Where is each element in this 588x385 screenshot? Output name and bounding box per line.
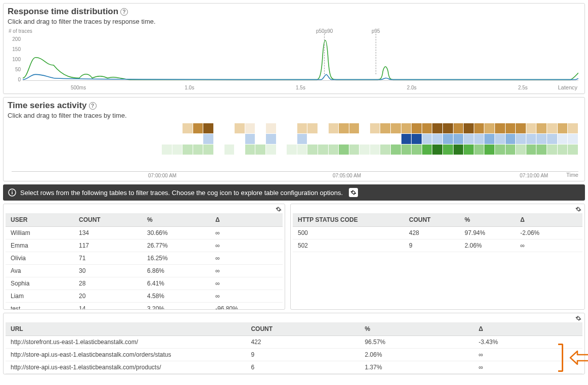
- heatmap-cell: [255, 134, 265, 144]
- cell-pct: 6.41%: [142, 277, 210, 290]
- heatmap-cell: [235, 123, 245, 133]
- col-count[interactable]: COUNT: [246, 322, 359, 336]
- url-table: URL COUNT % Δ http://storefront.us-east-…: [6, 322, 582, 374]
- user-table-panel: USER COUNT % Δ William13430.66%∞Emma1172…: [3, 204, 285, 310]
- heatmap-cell: [266, 123, 276, 133]
- heatmap-cell: [349, 123, 359, 133]
- cell-user: Ava: [6, 265, 74, 277]
- heatmap-cell: [422, 145, 432, 155]
- x-axis-ticks: 500ms 1.0s 1.5s 2.0s 2.5s: [23, 85, 578, 90]
- col-pct[interactable]: %: [142, 213, 210, 227]
- heatmap-cell: [287, 134, 297, 144]
- col-delta[interactable]: Δ: [210, 213, 283, 227]
- heatmap-cell: [443, 134, 453, 144]
- heatmap-cell: [297, 134, 307, 144]
- y-tick: 150: [10, 46, 21, 52]
- heatmap-cell: [193, 145, 203, 155]
- ts-x-tick: 07:10:00 AM: [520, 173, 548, 178]
- status-table-panel: HTTP STATUS CODE COUNT % Δ 50042897.94%-…: [290, 204, 585, 310]
- ts-x-ticks: 07:00:00 AM 07:05:00 AM 07:10:00 AM: [12, 171, 578, 172]
- table-row[interactable]: Ava306.86%∞: [6, 265, 283, 277]
- table-row[interactable]: http://store-api.us-east-1.elasticbeanst…: [6, 349, 582, 361]
- table-row[interactable]: http://store-api.us-east-1.elasticbeanst…: [6, 361, 582, 374]
- table-row[interactable]: 50042897.94%-2.06%: [293, 227, 582, 239]
- table-config-cog[interactable]: [575, 206, 581, 214]
- heatmap-cell: [224, 123, 235, 133]
- cell-pct: 26.77%: [142, 239, 210, 252]
- col-delta[interactable]: Δ: [474, 322, 582, 336]
- help-icon[interactable]: ?: [120, 8, 128, 16]
- table-row[interactable]: Liam204.58%∞: [6, 290, 283, 303]
- cell-delta: -96.80%: [210, 303, 283, 310]
- time-series-chart[interactable]: 07:00:00 AM 07:05:00 AM 07:10:00 AM Time: [8, 122, 580, 178]
- table-row[interactable]: Emma11726.77%∞: [6, 239, 283, 252]
- col-count[interactable]: COUNT: [404, 213, 460, 227]
- table-row[interactable]: Sophia286.41%∞: [6, 277, 283, 290]
- heatmap-cell: [536, 134, 547, 144]
- heatmap-cell: [235, 134, 245, 144]
- cell-pct: 96.57%: [360, 336, 474, 349]
- col-pct[interactable]: %: [360, 322, 474, 336]
- user-table: USER COUNT % Δ William13430.66%∞Emma1172…: [6, 213, 283, 309]
- heatmap-cell: [183, 134, 193, 144]
- help-icon[interactable]: ?: [89, 102, 97, 110]
- heatmap-cell: [432, 145, 442, 155]
- heatmap-cell: [162, 134, 172, 144]
- heatmap-cell: [401, 123, 412, 133]
- annotation-callout: [558, 344, 588, 372]
- heatmap-cell: [547, 145, 557, 155]
- url-table-panel: URL COUNT % Δ http://storefront.us-east-…: [3, 313, 585, 374]
- response-dist-chart[interactable]: # of traces 200 150 100 50 0 p50p90 p95 …: [8, 27, 580, 90]
- heatmap-cell: [391, 145, 401, 155]
- heatmap-cell: [474, 134, 484, 144]
- col-status[interactable]: HTTP STATUS CODE: [293, 213, 404, 227]
- heatmap-cell: [277, 123, 287, 133]
- table-row[interactable]: 50292.06%∞: [293, 239, 582, 252]
- heatmap-row: [162, 134, 578, 144]
- col-count[interactable]: COUNT: [74, 213, 142, 227]
- heatmap-cell: [307, 134, 318, 144]
- cell-pct: 1.37%: [360, 361, 474, 374]
- heatmap-cell: [370, 145, 380, 155]
- table-row[interactable]: William13430.66%∞: [6, 227, 283, 239]
- heatmap-cell: [329, 123, 339, 133]
- heatmap-cell: [329, 134, 339, 144]
- cog-badge[interactable]: [349, 188, 358, 197]
- heatmap-cell: [422, 123, 432, 133]
- table-config-cog[interactable]: [575, 315, 581, 323]
- info-icon: [8, 188, 16, 197]
- status-table: HTTP STATUS CODE COUNT % Δ 50042897.94%-…: [293, 213, 582, 252]
- cell-count: 9: [404, 239, 460, 252]
- heatmap-cell: [474, 145, 484, 155]
- col-user[interactable]: USER: [6, 213, 74, 227]
- table-row[interactable]: test143.20%-96.80%: [6, 303, 283, 310]
- col-url[interactable]: URL: [6, 322, 246, 336]
- heatmap-cell: [547, 134, 557, 144]
- col-delta[interactable]: Δ: [515, 213, 582, 227]
- response-time-distribution-panel: Response time distribution ? Click and d…: [3, 3, 585, 94]
- table-row[interactable]: Olivia7116.25%∞: [6, 252, 283, 265]
- col-pct[interactable]: %: [460, 213, 515, 227]
- table-config-cog[interactable]: [276, 206, 282, 214]
- y-tick: 200: [10, 36, 21, 42]
- heatmap-cell: [568, 145, 578, 155]
- heatmap-cell: [464, 123, 474, 133]
- cell-count: 20: [74, 290, 142, 303]
- heatmap-cell: [339, 145, 349, 155]
- cell-user: Olivia: [6, 252, 74, 265]
- heatmap-cell: [255, 123, 265, 133]
- heatmap-cell: [412, 134, 422, 144]
- heatmap-cell: [370, 134, 380, 144]
- heatmap-cell: [183, 145, 193, 155]
- heatmap-cell: [536, 145, 547, 155]
- table-row[interactable]: http://storefront.us-east-1.elasticbeans…: [6, 336, 582, 349]
- distribution-svg: [23, 34, 578, 81]
- heatmap-cell: [318, 134, 328, 144]
- heatmap-cell: [558, 134, 568, 144]
- cell-count: 28: [74, 277, 142, 290]
- heatmap-cell: [547, 123, 557, 133]
- heatmap-cell: [401, 145, 412, 155]
- cell-delta: ∞: [210, 290, 283, 303]
- heatmap-cell: [318, 145, 328, 155]
- heatmap-cell: [422, 134, 432, 144]
